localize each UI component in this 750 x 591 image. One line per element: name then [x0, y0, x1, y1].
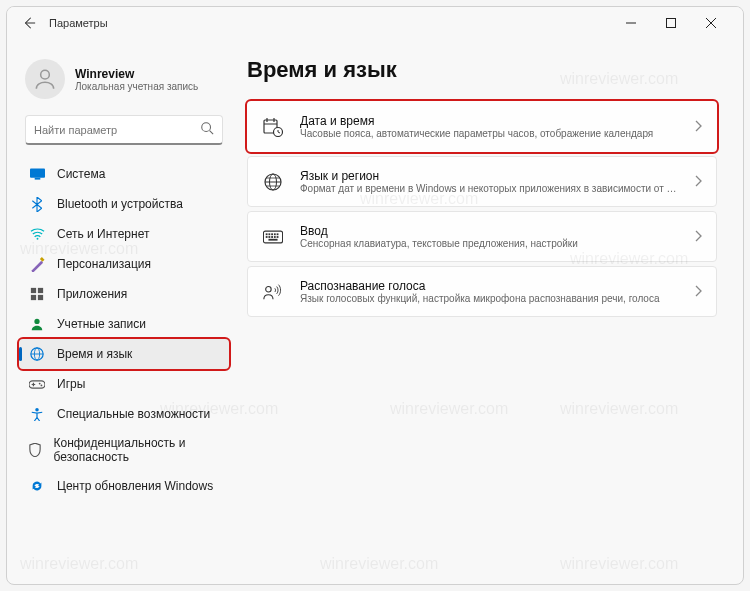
search-input[interactable]	[34, 124, 200, 136]
minimize-button[interactable]	[611, 9, 651, 37]
svg-point-9	[36, 238, 38, 240]
chevron-right-icon	[694, 118, 702, 136]
sidebar-item-label: Специальные возможности	[57, 407, 210, 421]
settings-cards: Дата и времяЧасовые пояса, автоматически…	[247, 101, 717, 317]
sidebar-search[interactable]	[25, 115, 223, 145]
svg-point-22	[39, 382, 41, 384]
chevron-right-icon	[694, 173, 702, 191]
sidebar-item-label: Bluetooth и устройства	[57, 197, 183, 211]
profile-block[interactable]: Winreview Локальная учетная запись	[19, 47, 229, 115]
sidebar-item-bluetooth[interactable]: Bluetooth и устройства	[19, 189, 229, 219]
sidebar-item-accessibility[interactable]: Специальные возможности	[19, 399, 229, 429]
main-content: Время и язык Дата и времяЧасовые пояса, …	[237, 39, 743, 584]
titlebar: Параметры	[7, 7, 743, 39]
svg-point-15	[34, 319, 39, 324]
sidebar-nav: СистемаBluetooth и устройстваСеть и Инте…	[19, 159, 229, 501]
sidebar-item-gaming[interactable]: Игры	[19, 369, 229, 399]
chevron-right-icon	[694, 228, 702, 246]
svg-point-49	[266, 286, 272, 292]
svg-rect-42	[277, 233, 279, 235]
personalization-icon	[29, 256, 45, 272]
card-title: Дата и время	[300, 114, 678, 128]
sidebar-item-label: Учетные записи	[57, 317, 146, 331]
svg-rect-43	[266, 236, 268, 238]
back-button[interactable]	[19, 13, 39, 33]
svg-rect-11	[31, 288, 36, 293]
profile-subtitle: Локальная учетная запись	[75, 81, 198, 92]
accessibility-icon	[29, 406, 45, 422]
sidebar-item-network[interactable]: Сеть и Интернет	[19, 219, 229, 249]
person-icon	[32, 66, 58, 92]
svg-rect-13	[31, 295, 36, 300]
svg-line-6	[210, 130, 214, 134]
sidebar-item-label: Конфиденциальность и безопасность	[54, 436, 219, 464]
setting-card-typing[interactable]: ВводСенсорная клавиатура, текстовые пред…	[247, 211, 717, 262]
sidebar: Winreview Локальная учетная запись Систе…	[7, 39, 237, 584]
language-region-icon	[262, 171, 284, 193]
setting-card-date-time[interactable]: Дата и времяЧасовые пояса, автоматически…	[247, 101, 717, 152]
update-icon	[29, 478, 45, 494]
sidebar-item-accounts[interactable]: Учетные записи	[19, 309, 229, 339]
maximize-icon	[666, 18, 676, 28]
card-text: ВводСенсорная клавиатура, текстовые пред…	[300, 224, 678, 249]
svg-point-5	[202, 122, 211, 131]
sidebar-item-update[interactable]: Центр обновления Windows	[19, 471, 229, 501]
speech-icon	[262, 281, 284, 303]
card-text: Распознавание голосаЯзык голосовых функц…	[300, 279, 678, 304]
svg-rect-44	[268, 236, 270, 238]
date-time-icon	[262, 116, 284, 138]
profile-name: Winreview	[75, 67, 198, 81]
svg-rect-39	[268, 233, 270, 235]
card-subtitle: Сенсорная клавиатура, текстовые предложе…	[300, 238, 678, 249]
setting-card-language-region[interactable]: Язык и регионФормат дат и времени в Wind…	[247, 156, 717, 207]
setting-card-speech[interactable]: Распознавание голосаЯзык голосовых функц…	[247, 266, 717, 317]
svg-rect-38	[266, 233, 268, 235]
sidebar-item-label: Система	[57, 167, 105, 181]
svg-rect-48	[268, 238, 277, 240]
typing-icon	[262, 226, 284, 248]
close-button[interactable]	[691, 9, 731, 37]
svg-rect-47	[277, 236, 279, 238]
apps-icon	[29, 286, 45, 302]
sidebar-item-time-language[interactable]: Время и язык	[19, 339, 229, 369]
profile-text: Winreview Локальная учетная запись	[75, 67, 198, 92]
avatar	[25, 59, 65, 99]
card-text: Язык и регионФормат дат и времени в Wind…	[300, 169, 678, 194]
time-language-icon	[29, 346, 45, 362]
sidebar-item-label: Персонализация	[57, 257, 151, 271]
bluetooth-icon	[29, 196, 45, 212]
svg-rect-1	[667, 19, 676, 28]
svg-point-4	[41, 70, 50, 79]
svg-rect-12	[38, 288, 43, 293]
maximize-button[interactable]	[651, 9, 691, 37]
accounts-icon	[29, 316, 45, 332]
window-controls	[611, 9, 731, 37]
svg-rect-46	[274, 236, 276, 238]
svg-rect-14	[38, 295, 43, 300]
svg-rect-40	[271, 233, 273, 235]
svg-rect-45	[271, 236, 273, 238]
sidebar-item-personalization[interactable]: Персонализация	[19, 249, 229, 279]
card-title: Ввод	[300, 224, 678, 238]
search-icon	[200, 121, 214, 139]
privacy-icon	[29, 442, 42, 458]
back-arrow-icon	[22, 16, 36, 30]
sidebar-item-label: Время и язык	[57, 347, 132, 361]
svg-rect-8	[34, 178, 40, 180]
card-subtitle: Формат дат и времени в Windows и некотор…	[300, 183, 678, 194]
sidebar-item-label: Центр обновления Windows	[57, 479, 213, 493]
network-icon	[29, 226, 45, 242]
window-title: Параметры	[49, 17, 108, 29]
card-title: Язык и регион	[300, 169, 678, 183]
sidebar-item-label: Сеть и Интернет	[57, 227, 149, 241]
sidebar-item-apps[interactable]: Приложения	[19, 279, 229, 309]
sidebar-item-system[interactable]: Система	[19, 159, 229, 189]
sidebar-item-label: Приложения	[57, 287, 127, 301]
settings-window: Параметры Winreview Локальная учетная за…	[6, 6, 744, 585]
card-subtitle: Часовые пояса, автоматические параметры …	[300, 128, 678, 139]
sidebar-item-label: Игры	[57, 377, 85, 391]
card-text: Дата и времяЧасовые пояса, автоматически…	[300, 114, 678, 139]
sidebar-item-privacy[interactable]: Конфиденциальность и безопасность	[19, 429, 229, 471]
svg-point-24	[35, 408, 39, 412]
svg-rect-7	[30, 168, 45, 177]
